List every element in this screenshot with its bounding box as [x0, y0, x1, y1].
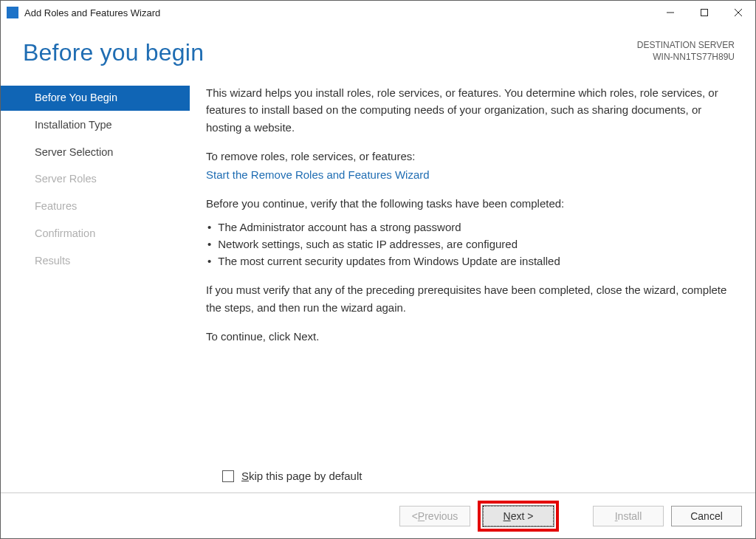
sidebar-item-server-roles: Server Roles: [1, 167, 190, 192]
content: This wizard helps you install roles, rol…: [190, 81, 755, 470]
page-heading: Before you begin: [23, 39, 204, 66]
next-button[interactable]: Next >: [483, 506, 554, 526]
sidebar-item-before-you-begin[interactable]: Before You Begin: [1, 86, 190, 111]
maximize-button[interactable]: [687, 1, 721, 24]
remove-wizard-link[interactable]: Start the Remove Roles and Features Wiza…: [206, 166, 735, 183]
destination-block: DESTINATION SERVER WIN-NN1TS77H89U: [637, 39, 735, 63]
verify-lead: Before you continue, verify that the fol…: [206, 195, 735, 212]
sidebar-item-confirmation: Confirmation: [1, 222, 190, 247]
svg-rect-1: [701, 10, 708, 16]
maximize-icon: [700, 8, 709, 17]
prereq-item: The Administrator account has a strong p…: [206, 219, 735, 236]
remove-lead: To remove roles, role services, or featu…: [206, 148, 735, 165]
destination-value: WIN-NN1TS77H89U: [637, 51, 735, 63]
close-icon: [734, 8, 743, 17]
skip-label[interactable]: Skip this page by default: [241, 470, 362, 482]
footer: < Previous Next > Install Cancel: [1, 492, 755, 538]
next-button-highlight: Next >: [478, 501, 559, 532]
close-button[interactable]: [721, 1, 755, 24]
wizard-body: Before You Begin Installation Type Serve…: [1, 69, 755, 470]
cancel-button[interactable]: Cancel: [671, 506, 742, 526]
wizard-window: Add Roles and Features Wizard Before you…: [0, 0, 756, 539]
minimize-button[interactable]: [653, 1, 687, 24]
continue-text: To continue, click Next.: [206, 328, 735, 345]
titlebar: Add Roles and Features Wizard: [1, 1, 755, 24]
sidebar-item-server-selection[interactable]: Server Selection: [1, 140, 190, 165]
destination-label: DESTINATION SERVER: [637, 39, 735, 51]
window-title: Add Roles and Features Wizard: [24, 7, 160, 18]
prereq-list: The Administrator account has a strong p…: [206, 219, 735, 270]
intro-text: This wizard helps you install roles, rol…: [206, 84, 735, 136]
sidebar-item-features: Features: [1, 194, 190, 219]
app-icon: [7, 7, 18, 18]
previous-button: < Previous: [399, 506, 470, 526]
header: Before you begin DESTINATION SERVER WIN-…: [1, 24, 755, 69]
sidebar-item-installation-type[interactable]: Installation Type: [1, 113, 190, 138]
window-controls: [653, 1, 755, 24]
install-button: Install: [593, 506, 664, 526]
skip-row: Skip this page by default: [1, 470, 755, 492]
skip-checkbox[interactable]: [222, 470, 234, 482]
prereq-item: The most current security updates from W…: [206, 253, 735, 270]
verify-tail: If you must verify that any of the prece…: [206, 281, 735, 316]
minimize-icon: [666, 8, 675, 17]
sidebar: Before You Begin Installation Type Serve…: [1, 81, 190, 470]
sidebar-item-results: Results: [1, 249, 190, 274]
prereq-item: Network settings, such as static IP addr…: [206, 236, 735, 253]
